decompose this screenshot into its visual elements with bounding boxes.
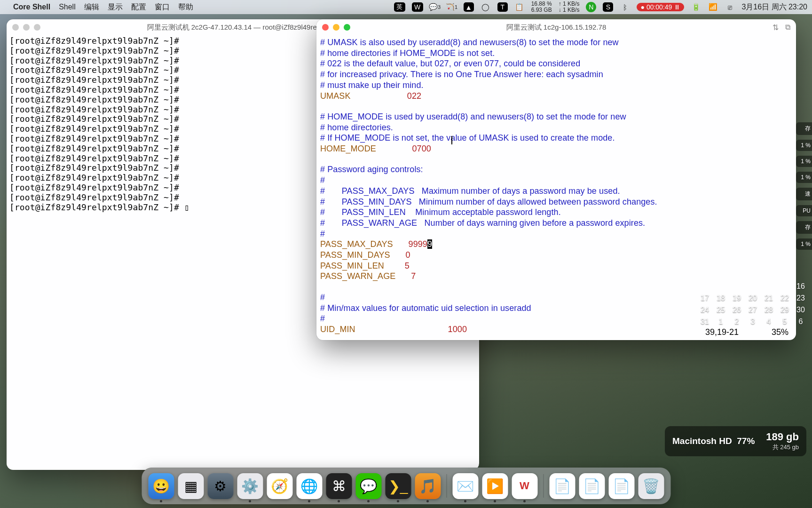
status-w-icon[interactable]: W — [412, 2, 423, 12]
comment-line: # — [320, 175, 325, 185]
calendar-day[interactable]: 17 — [699, 294, 710, 302]
calendar-day[interactable]: 25 — [715, 306, 726, 314]
dock-doc3[interactable]: 📄 — [608, 473, 634, 499]
dock-terminal1[interactable]: ⌘ — [326, 473, 352, 499]
dock-doc1[interactable]: 📄 — [549, 473, 575, 499]
zoom-icon[interactable] — [344, 24, 350, 31]
dock-wps-cloud[interactable]: ▶️ — [482, 473, 508, 499]
window-title-right: 阿里云测试 1c2g-106.15.192.78 — [506, 23, 607, 32]
calendar-day[interactable]: 29 — [779, 306, 790, 314]
setting-value: 5 — [405, 261, 410, 270]
calendar-day[interactable]: 31 — [699, 318, 710, 326]
calendar-day[interactable]: 22 — [779, 294, 790, 302]
setting-key: PASS_MAX_DAYS — [320, 239, 393, 249]
comment-line: # HOME_MODE is used by useradd(8) and ne… — [320, 112, 626, 121]
calendar-day[interactable]: 21 — [763, 294, 774, 302]
calendar-day[interactable]: 2 — [731, 318, 742, 326]
dock-trash[interactable]: 🗑️ — [638, 473, 664, 499]
text-status-icon[interactable]: T — [497, 2, 508, 12]
calendar-day[interactable]: 16 — [795, 282, 806, 291]
calendar-day[interactable]: 3 — [747, 318, 758, 326]
calendar-day[interactable]: 1 — [715, 318, 726, 326]
dock-chrome[interactable]: 🌐 — [296, 473, 322, 499]
calendar-widget[interactable]: 16171819202122232425262728293031123456 — [686, 282, 806, 329]
network-stat[interactable]: ↑ 1 KB/s↓ 1 KB/s — [559, 1, 580, 13]
dock-settings[interactable]: ⚙️ — [237, 473, 263, 499]
screen-recording-indicator[interactable]: ● 00:00:49 ⏸ — [637, 3, 684, 11]
photos-status-icon[interactable]: ▲ — [464, 2, 474, 12]
menu-shell[interactable]: Shell — [59, 3, 76, 11]
calendar-day[interactable]: 24 — [699, 306, 710, 314]
calendar-day[interactable]: 26 — [731, 306, 742, 314]
calendar-day[interactable]: 27 — [747, 306, 758, 314]
calendar-day[interactable]: 19 — [731, 294, 742, 302]
dock-safari[interactable]: 🧭 — [267, 473, 292, 499]
wifi-icon[interactable]: 📶 — [708, 2, 718, 12]
menu-help[interactable]: 帮助 — [178, 2, 193, 12]
dock-finder[interactable]: 😀 — [148, 473, 174, 499]
disk-total: 共 245 gb — [766, 443, 799, 452]
dock-launchpad[interactable]: ▦ — [178, 473, 204, 499]
memory-stat[interactable]: 16.88 %6.93 GB — [531, 1, 552, 13]
calendar-day[interactable]: 5 — [779, 318, 790, 326]
calendar-day[interactable] — [763, 282, 774, 291]
battery-icon[interactable]: 🔋 — [691, 2, 701, 12]
dock-doc2[interactable]: 📄 — [579, 473, 605, 499]
titlebar-right[interactable]: 阿里云测试 1c2g-106.15.192.78 ⇅⧉ — [316, 19, 796, 35]
status-s-icon[interactable]: S — [603, 2, 613, 12]
setting-value: 0 — [406, 250, 410, 260]
clipboard-icon[interactable]: 📋 — [514, 2, 525, 12]
traffic-lights-left[interactable] — [12, 24, 40, 31]
setting-value: 9999 — [409, 239, 427, 249]
menu-config[interactable]: 配置 — [131, 2, 146, 12]
minimize-icon[interactable] — [333, 24, 339, 31]
calendar-day[interactable]: 23 — [795, 294, 806, 302]
traffic-lights-right[interactable] — [322, 24, 350, 31]
calendar-day[interactable]: 6 — [795, 318, 806, 326]
upload-icon[interactable]: ⇅ — [773, 23, 779, 32]
dock-wps[interactable]: W — [512, 473, 537, 499]
dock-wechat[interactable]: 💬 — [355, 473, 381, 499]
calendar-day[interactable] — [779, 282, 790, 291]
calendar-day[interactable] — [699, 282, 710, 291]
calendar-day[interactable]: 30 — [795, 306, 806, 314]
comment-line: # — [320, 314, 325, 323]
calendar-day[interactable]: 18 — [715, 294, 726, 302]
dock-music[interactable]: 🎵 — [415, 473, 441, 499]
dock-control[interactable]: ⚙ — [207, 473, 233, 499]
comment-line: # — [320, 293, 325, 302]
calendar-day[interactable] — [715, 282, 726, 291]
dock: 😀 ▦ ⚙ ⚙️ 🧭 🌐 ⌘ 💬 ❯_ 🎵 ✉️ ▶️ W 📄 📄 📄 🗑️ — [142, 468, 670, 504]
clock[interactable]: 3月16日 周六 23:20 — [741, 2, 807, 12]
control-center-icon[interactable]: ⎚ — [725, 2, 735, 12]
siri-icon[interactable]: ◯ — [481, 2, 491, 12]
gauge-value: 1 % — [796, 140, 812, 151]
setting-value: 0700 — [412, 144, 431, 153]
calendar-day[interactable]: 4 — [763, 318, 774, 326]
status-n-icon[interactable]: N — [586, 2, 596, 12]
menu-edit[interactable]: 编辑 — [84, 2, 99, 12]
ime-indicator[interactable]: 英 — [394, 2, 405, 12]
calendar-day[interactable] — [747, 282, 758, 291]
app-name[interactable]: Core Shell — [13, 3, 50, 11]
calendar-day[interactable]: 20 — [747, 294, 758, 302]
disk-widget[interactable]: Macintosh HD 77% 189 gb 共 245 gb — [665, 426, 806, 456]
dock-terminal2[interactable]: ❯_ — [385, 473, 411, 499]
expand-icon[interactable]: ⧉ — [785, 23, 790, 32]
setting-value: 022 — [407, 91, 421, 101]
setting-key: PASS_MIN_DAYS — [320, 250, 390, 260]
calendar-day[interactable]: 28 — [763, 306, 774, 314]
bluetooth-icon[interactable]: ᛒ — [620, 2, 630, 12]
menu-window[interactable]: 窗口 — [155, 2, 170, 12]
game-status-icon[interactable]: 🏹1 — [447, 2, 457, 12]
setting-key: UMASK — [320, 91, 351, 101]
comment-line: # must make up their mind. — [320, 80, 424, 90]
calendar-day[interactable] — [731, 282, 742, 291]
disk-name: Macintosh HD — [672, 436, 732, 446]
dock-mail[interactable]: ✉️ — [452, 473, 478, 499]
setting-key: PASS_WARN_AGE — [320, 271, 395, 281]
gauge-label: PU — [796, 205, 812, 216]
close-icon[interactable] — [322, 24, 329, 31]
menu-view[interactable]: 显示 — [108, 2, 123, 12]
wechat-status-icon[interactable]: 💬3 — [430, 2, 440, 12]
